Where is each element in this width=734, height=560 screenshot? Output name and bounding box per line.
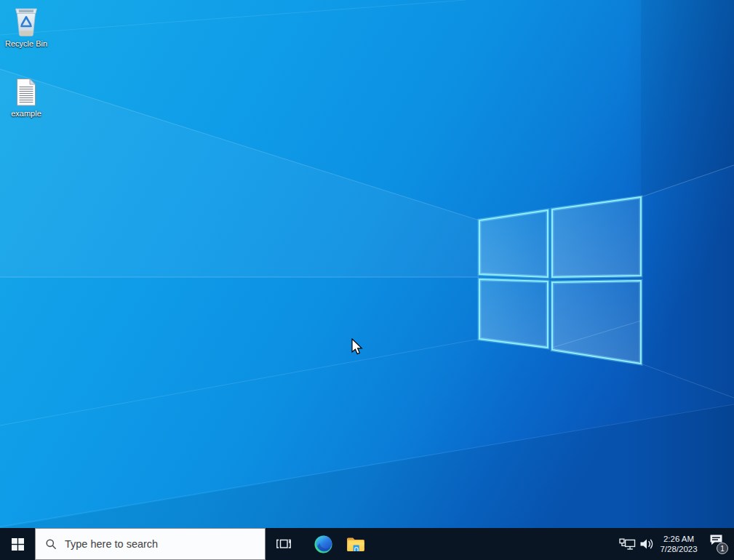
desktop-icon-recycle-bin[interactable]: Recycle Bin <box>0 4 52 48</box>
edge-icon <box>314 535 333 554</box>
network-icon <box>619 537 636 551</box>
windows-desktop: Recycle Bin example <box>0 0 734 560</box>
recycle-bin-icon <box>12 4 41 37</box>
task-view-button[interactable] <box>267 528 300 560</box>
volume-button[interactable] <box>639 538 655 550</box>
taskbar-search-input[interactable]: Type here to search <box>35 528 266 560</box>
action-center-button[interactable]: 1 <box>708 528 731 560</box>
system-tray: 2:26 AM 7/28/2023 1 <box>619 528 734 560</box>
network-status-button[interactable] <box>619 537 636 551</box>
start-button[interactable] <box>0 528 35 560</box>
volume-icon <box>639 538 655 550</box>
search-icon <box>45 538 57 550</box>
windows-logo <box>479 197 641 364</box>
text-document-icon <box>15 78 37 107</box>
clock-time: 2:26 AM <box>656 534 701 544</box>
microsoft-edge-button[interactable] <box>306 528 340 560</box>
task-view-icon <box>276 537 292 551</box>
clock-date: 7/28/2023 <box>656 544 701 554</box>
desktop-icon-label: example <box>11 109 41 118</box>
taskbar-clock[interactable]: 2:26 AM 7/28/2023 <box>656 534 701 554</box>
search-placeholder: Type here to search <box>65 538 158 550</box>
taskbar: Type here to search <box>0 528 734 560</box>
desktop-icon-example[interactable]: example <box>0 78 52 118</box>
desktop-icon-label: Recycle Bin <box>5 39 47 48</box>
windows-start-icon <box>12 538 24 551</box>
file-explorer-button[interactable] <box>339 528 372 560</box>
notification-count-badge: 1 <box>717 543 728 554</box>
file-explorer-icon <box>346 536 365 552</box>
desktop-background[interactable] <box>0 0 734 528</box>
